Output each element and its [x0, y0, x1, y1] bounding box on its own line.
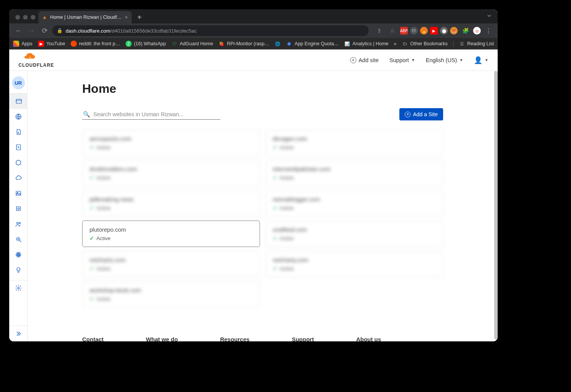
bookmark-globe[interactable]: 🌐 — [275, 41, 281, 47]
site-card[interactable]: netcharty.com✓Active — [265, 251, 443, 277]
reading-list[interactable]: ☰Reading List — [459, 41, 494, 47]
account-avatar[interactable]: UR — [12, 76, 25, 89]
footer-support[interactable]: Support — [292, 336, 314, 341]
sidebar-item-security[interactable] — [9, 201, 28, 216]
ext-grey-icon[interactable]: ⬤ — [440, 27, 448, 35]
lightbulb-icon — [15, 267, 22, 273]
site-name: workshop-book.com — [89, 287, 253, 293]
window-icon — [15, 98, 22, 105]
sidebar-item-trace[interactable] — [9, 232, 28, 247]
traffic-zoom[interactable] — [31, 15, 35, 20]
browser-address-bar: ← → ⟳ 🔒 dash.cloudflare.com/d4010a815656… — [9, 23, 498, 38]
traffic-close[interactable] — [15, 15, 20, 20]
back-button[interactable]: ← — [13, 25, 24, 36]
sidebar-item-registrar[interactable] — [9, 247, 28, 262]
ext-abp-icon[interactable]: ABP — [400, 27, 408, 35]
bookmark-whatsapp[interactable]: 2(16) WhatsApp — [126, 41, 166, 47]
user-icon: 👤 — [474, 56, 482, 64]
page-scrollbar[interactable] — [494, 71, 498, 341]
site-card[interactable]: unafiteal.com✓Active — [265, 221, 443, 247]
bookmark-rpi[interactable]: 🍓RPi-Monitor (rasp… — [218, 41, 269, 47]
footer-resources[interactable]: Resources — [220, 336, 250, 341]
forward-button[interactable]: → — [26, 25, 37, 36]
site-status: ✓Active — [273, 265, 436, 272]
bookmarks-overflow-icon[interactable]: » — [394, 41, 397, 46]
search-input[interactable] — [93, 111, 220, 117]
site-card[interactable]: plutorepo.com✓Active — [82, 221, 260, 247]
bookmark-youtube[interactable]: ▶YouTube — [38, 41, 65, 47]
support-dropdown[interactable]: Support▼ — [389, 57, 415, 63]
site-card[interactable]: aeroxpacks.com✓Active — [82, 130, 260, 156]
browser-menu-icon[interactable]: ⋮ — [483, 25, 494, 36]
page-content: CLOUDFLARE + Add site Support▼ English (… — [9, 49, 498, 341]
share-icon[interactable]: ⇪ — [374, 25, 385, 36]
sidebar-item-pages[interactable] — [9, 124, 28, 140]
sidebar-collapse[interactable] — [9, 326, 28, 341]
new-tab-button[interactable]: + — [134, 12, 145, 23]
cloudflare-logo[interactable]: CLOUDFLARE — [18, 53, 54, 68]
svg-rect-5 — [16, 191, 21, 196]
add-site-link[interactable]: + Add site — [350, 57, 379, 63]
site-name: jailbreaking.news — [89, 196, 253, 203]
bookmark-analytics[interactable]: 📊Analytics | Home — [344, 41, 389, 47]
extensions-icon[interactable]: 🧩 — [460, 25, 471, 36]
sidebar-item-r2[interactable] — [9, 155, 28, 170]
sidebar-item-websites[interactable] — [9, 109, 28, 124]
ext-youtube-icon[interactable]: ▶ — [430, 27, 438, 35]
page-icon — [15, 128, 22, 135]
search-icon: 🔍 — [83, 111, 90, 118]
site-status-text: Active — [280, 175, 294, 181]
sidebar-item-workers[interactable] — [9, 140, 28, 155]
browser-tab[interactable]: ▲ Home | Usman Rizwan | Cloudf… × — [38, 11, 132, 23]
bookmark-apps[interactable]: Apps — [13, 41, 33, 47]
bookmark-star-icon[interactable]: ☆ — [387, 25, 398, 36]
shield-square-icon — [15, 205, 22, 212]
site-card[interactable]: jailbreaking.news✓Active — [82, 190, 260, 217]
bookmarks-bar: Apps ▶YouTube reddit: the front p… 2(16)… — [9, 38, 498, 49]
other-bookmarks[interactable]: 🗀Other Bookmarks — [402, 41, 448, 47]
chevrons-right-icon — [15, 330, 22, 337]
check-icon: ✓ — [273, 205, 277, 211]
close-tab-icon[interactable]: × — [125, 14, 128, 20]
bookmark-reddit[interactable]: reddit: the front p… — [71, 41, 120, 47]
reload-button[interactable]: ⟳ — [39, 25, 50, 36]
sidebar-item-images[interactable] — [9, 186, 28, 201]
atom-icon — [15, 251, 22, 258]
check-icon: ✓ — [89, 235, 94, 241]
sidebar-item-stream[interactable] — [9, 170, 28, 186]
image-icon — [15, 190, 22, 197]
sidebar-item-home[interactable] — [9, 94, 28, 109]
site-card[interactable]: workshop-book.com✓Active — [82, 281, 260, 308]
site-card[interactable]: neenablogger.com✓Active — [265, 190, 443, 217]
svg-rect-7 — [16, 207, 20, 211]
site-card[interactable]: droidmodders.com✓Active — [82, 160, 260, 186]
site-card[interactable]: devagen.com✓Active — [265, 130, 443, 156]
ext-flame-icon[interactable]: 🔥 — [420, 27, 428, 35]
traffic-minimize[interactable] — [23, 15, 28, 20]
search-websites[interactable]: 🔍 — [82, 109, 220, 120]
cloudflare-cloud-icon — [18, 53, 38, 61]
ext-fox-icon[interactable]: 🦊 — [450, 27, 458, 35]
site-status: ✓Active — [273, 205, 436, 211]
bookmark-appengine[interactable]: ⬢App Engine Quota… — [286, 41, 339, 47]
cloudflare-topbar: CLOUDFLARE + Add site Support▼ English (… — [9, 49, 498, 71]
sites-grid: aeroxpacks.com✓Activedevagen.com✓Actived… — [82, 130, 443, 308]
ext-round-icon[interactable]: ◎ — [473, 27, 481, 35]
tabstrip-overflow[interactable] — [486, 13, 498, 23]
url-box[interactable]: 🔒 dash.cloudflare.com/d4010a815656de33cd… — [52, 25, 369, 36]
site-name: droidmodders.com — [89, 166, 253, 172]
bookmark-adguard[interactable]: 🛡AdGuard Home — [171, 41, 213, 47]
account-dropdown[interactable]: 👤▼ — [474, 56, 488, 64]
sidebar-item-notifications[interactable] — [9, 262, 28, 278]
footer-what-we-do[interactable]: What we do — [146, 336, 178, 341]
ext-shield-icon[interactable]: 🛡 — [410, 27, 418, 35]
sidebar-item-access[interactable] — [9, 216, 28, 232]
site-status: ✓Active — [89, 296, 253, 302]
language-dropdown[interactable]: English (US)▼ — [426, 57, 463, 63]
footer-contact[interactable]: Contact — [82, 336, 104, 341]
sidebar-item-manage[interactable] — [9, 280, 28, 296]
site-card[interactable]: netcharts.com✓Active — [82, 251, 260, 277]
footer-about[interactable]: About us — [356, 336, 381, 341]
add-a-site-button[interactable]: + Add a Site — [399, 108, 443, 120]
site-card[interactable]: internetofpakistan.com✓Active — [265, 160, 443, 186]
